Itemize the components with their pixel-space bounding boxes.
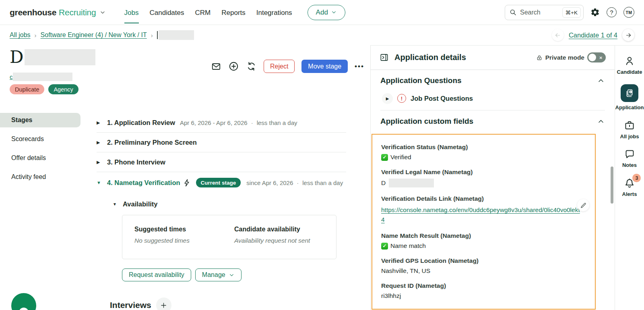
- nav-integrations[interactable]: Integrations: [256, 2, 292, 23]
- availability-title: Availability: [123, 200, 158, 208]
- lightning-bolt-icon[interactable]: [183, 179, 191, 187]
- expand-circle[interactable]: ▶: [382, 93, 393, 104]
- nav-candidates[interactable]: Candidates: [150, 2, 184, 23]
- private-mode-toggle[interactable]: [587, 52, 606, 62]
- top-nav-right: Search ⌘+K TM: [505, 5, 634, 20]
- availability-buttons: Request availability Manage: [122, 268, 346, 281]
- divider: [380, 110, 605, 110]
- check-icon: [381, 154, 388, 161]
- agency-badge[interactable]: Agency: [48, 84, 78, 94]
- next-candidate-button[interactable]: [622, 29, 634, 41]
- candidate-availability-value: Availability request not sent: [234, 237, 334, 244]
- stage-row-nametag-verification[interactable]: ▼ 4. Nametag Verification Current stage …: [97, 174, 346, 191]
- collapse-panel-icon[interactable]: [380, 53, 389, 62]
- candidate-availability-label: Candidate availability: [234, 226, 334, 233]
- private-mode-label: Private mode: [545, 54, 584, 61]
- nav-jobs[interactable]: Jobs: [124, 2, 139, 23]
- collapse-triangle-icon[interactable]: ▼: [97, 180, 107, 185]
- chevron-up-icon[interactable]: [597, 77, 605, 85]
- sidenav-scorecards[interactable]: Scorecards: [0, 132, 80, 146]
- expand-triangle-icon[interactable]: ▶: [97, 120, 107, 125]
- avatar[interactable]: TM: [623, 7, 634, 18]
- panel-title: Application details: [394, 53, 466, 62]
- stage-row-application-review[interactable]: ▶ 1. Application Review Apr 6, 2026 - Ap…: [97, 113, 346, 132]
- reject-button[interactable]: Reject: [264, 60, 295, 73]
- field-value: D: [381, 179, 587, 187]
- field-label: Name Match Result (Nametag): [381, 232, 587, 239]
- nametag-custom-fields-box: Verification Status (Nametag) Verified V…: [372, 134, 596, 310]
- request-availability-button[interactable]: Request availability: [122, 268, 191, 281]
- manage-button[interactable]: Manage: [195, 268, 242, 281]
- application-questions-header: Application Questions: [371, 71, 615, 90]
- stage-row-phone-interview[interactable]: ▶ 3. Phone Interview: [97, 152, 346, 172]
- move-stage-button[interactable]: Move stage: [301, 60, 348, 73]
- search-input[interactable]: Search ⌘+K: [505, 5, 584, 20]
- divider: [97, 172, 346, 172]
- suggested-times-label: Suggested times: [134, 226, 234, 233]
- breadcrumb-job[interactable]: Software Engineer (4) / New York / IT: [41, 31, 147, 39]
- field-value: ri3lhhzj: [381, 292, 587, 300]
- current-stage-badge: Current stage: [196, 178, 241, 187]
- stage-row-preliminary-phone-screen[interactable]: ▶ 2. Preliminary Phone Screen: [97, 133, 346, 152]
- breadcrumb-all-jobs[interactable]: All jobs: [10, 31, 31, 39]
- chevron-down-icon: [99, 9, 106, 16]
- logo-wordmark: greenhouse: [10, 8, 56, 17]
- rail-label: Candidate: [617, 69, 642, 75]
- greenhouse-logo[interactable]: greenhouse Recruiting: [10, 8, 106, 17]
- collapse-triangle-icon[interactable]: ▼: [113, 202, 123, 206]
- expand-triangle-icon[interactable]: ▶: [97, 140, 107, 145]
- candidate-contact-link[interactable]: c: [10, 73, 13, 80]
- candidate-badges: Duplicate Agency: [10, 84, 78, 94]
- primary-nav: Jobs Candidates CRM Reports Integrations: [124, 2, 292, 23]
- availability-header[interactable]: ▼ Availability: [113, 197, 346, 211]
- add-interview-button[interactable]: [156, 298, 171, 310]
- sidenav-offer-details[interactable]: Offer details: [0, 151, 80, 165]
- interviews-title: Interviews: [110, 300, 151, 310]
- nav-reports[interactable]: Reports: [221, 2, 246, 23]
- field-request-id: Request ID (Nametag) ri3lhhzj: [381, 282, 587, 300]
- expand-triangle-icon[interactable]: ▶: [97, 160, 107, 165]
- suggested-times-column: Suggested times No suggested times: [134, 226, 234, 259]
- redaction-caret: [157, 31, 158, 39]
- content-area: D c Duplicate Agency: [0, 45, 644, 310]
- panel-header: Application details Private mode: [371, 46, 615, 70]
- email-icon[interactable]: [211, 61, 221, 72]
- sidenav-activity-feed[interactable]: Activity feed: [0, 170, 80, 184]
- gear-icon[interactable]: [590, 8, 600, 17]
- edit-pencil-icon[interactable]: [577, 199, 589, 211]
- application-document-icon: [621, 84, 638, 102]
- field-verification-status: Verification Status (Nametag) Verified: [381, 144, 587, 161]
- stage-duration: less than a day: [248, 119, 297, 126]
- add-button-label: Add: [316, 8, 328, 17]
- candidate-pager: Candidate 1 of 4: [552, 29, 634, 41]
- chevron-up-icon[interactable]: [597, 117, 605, 125]
- rail-item-application[interactable]: Application: [615, 84, 644, 110]
- more-actions-icon[interactable]: [355, 62, 364, 71]
- toggle-off-x-icon: [599, 55, 603, 60]
- candidate-contact-row: c: [10, 73, 72, 81]
- rail-item-all-jobs[interactable]: All jobs: [620, 120, 639, 139]
- panel-scrollbar[interactable]: [611, 166, 613, 204]
- stage-list: ▶ 1. Application Review Apr 6, 2026 - Ap…: [97, 113, 346, 310]
- duplicate-badge[interactable]: Duplicate: [10, 84, 44, 94]
- search-icon: [509, 8, 517, 16]
- verification-details-link[interactable]: https://console.nametag.co/env/0uddc6pey…: [381, 205, 582, 225]
- field-value: Verified: [381, 154, 587, 161]
- stage-dates: Apr 6, 2026 - Apr 6, 2026: [180, 119, 248, 126]
- field-value-text: D: [381, 179, 386, 187]
- rail-item-alerts[interactable]: 3 Alerts: [622, 177, 637, 197]
- sidenav-stages[interactable]: Stages: [0, 113, 80, 127]
- rail-label: Notes: [622, 162, 637, 168]
- add-button[interactable]: Add: [308, 5, 345, 20]
- previous-candidate-button[interactable]: [552, 29, 564, 41]
- help-icon[interactable]: [607, 7, 617, 17]
- nav-crm[interactable]: CRM: [195, 2, 211, 23]
- rail-item-candidate[interactable]: Candidate: [617, 55, 642, 75]
- field-label: Verification Status (Nametag): [381, 144, 587, 151]
- transfer-icon[interactable]: [246, 61, 257, 72]
- add-circle-icon[interactable]: [228, 61, 239, 72]
- rail-item-notes[interactable]: Notes: [622, 149, 637, 168]
- redacted-candidate-name: [159, 30, 194, 40]
- job-post-questions-row[interactable]: ▶ Job Post Questions: [371, 90, 615, 107]
- candidate-pager-link[interactable]: Candidate 1 of 4: [569, 31, 617, 39]
